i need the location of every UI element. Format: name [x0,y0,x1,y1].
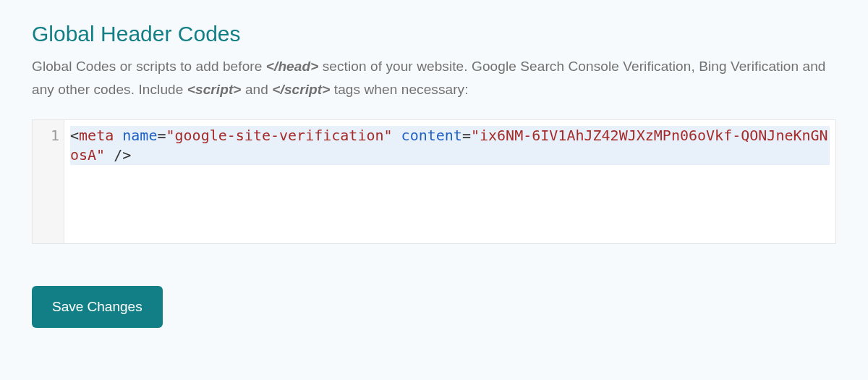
section-description: Global Codes or scripts to add before </… [32,55,836,102]
desc-text: and [242,82,273,97]
inline-code-script-open: <script> [187,82,242,97]
save-button[interactable]: Save Changes [32,286,163,328]
token-space [114,127,122,144]
token-bracket: /> [114,146,131,164]
code-gutter: 1 [33,120,64,243]
code-area[interactable]: <meta name="google-site-verification" co… [64,120,835,243]
token-eq: = [157,127,166,144]
token-string: "google-site-verification" [166,127,392,144]
token-attr: name [122,127,157,144]
inline-code-head: </head> [266,59,319,74]
desc-text: tags when necessary: [330,82,468,97]
token-bracket: < [70,127,79,144]
token-space [393,127,401,144]
line-number: 1 [33,126,59,145]
desc-text: Global Codes or scripts to add before [32,59,266,74]
inline-code-script-close: </script> [272,82,330,97]
section-heading: Global Header Codes [32,22,836,46]
token-eq: = [462,127,471,144]
token-space [105,146,114,164]
token-attr: content [401,127,462,144]
code-line: <meta name="google-site-verification" co… [70,126,830,165]
token-tag: meta [79,127,114,144]
code-editor[interactable]: 1 <meta name="google-site-verification" … [32,119,836,244]
